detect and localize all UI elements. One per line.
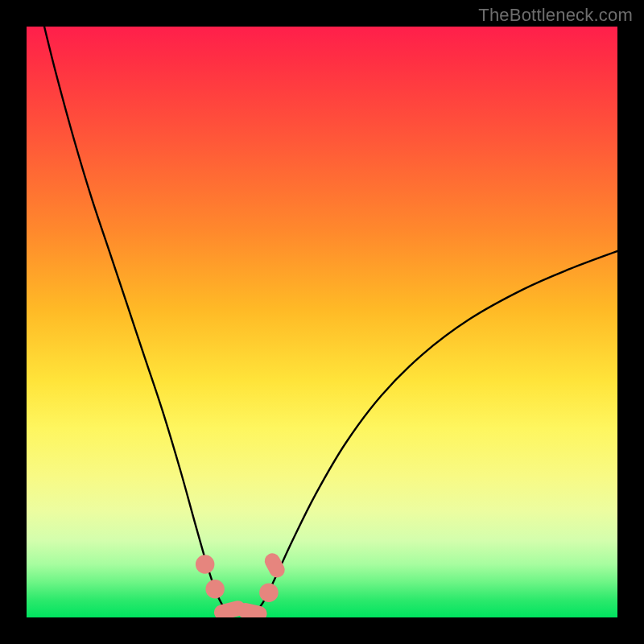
chart-svg — [27, 27, 617, 617]
watermark-text: TheBottleneck.com — [478, 5, 633, 26]
curve-group — [44, 27, 617, 614]
valley-marker — [262, 551, 287, 580]
right-curve — [254, 251, 617, 614]
marker-group — [196, 551, 287, 617]
valley-marker — [259, 583, 278, 601]
outer-frame: TheBottleneck.com — [0, 0, 644, 644]
left-curve — [44, 27, 229, 614]
plot-area — [27, 27, 617, 617]
valley-marker — [196, 555, 214, 573]
valley-marker — [205, 580, 224, 598]
